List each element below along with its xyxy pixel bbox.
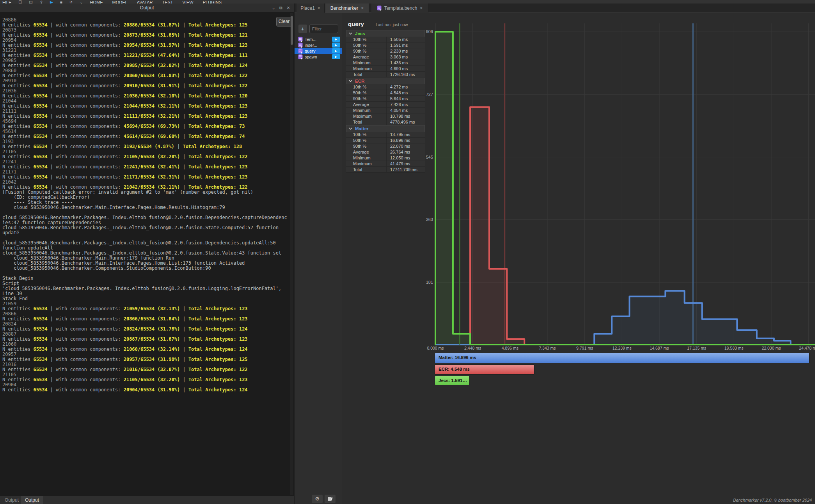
log-line-entry: N entities 65534 | with common component…: [2, 124, 289, 129]
bottom-tab-output-0[interactable]: Output: [1, 496, 23, 504]
log-text: 21036/65534 (32.10%): [124, 93, 180, 99]
stats-section-ecr[interactable]: ECR: [346, 78, 425, 84]
menu-view[interactable]: VIEW: [183, 0, 194, 4]
run-benchmark-button[interactable]: ▶: [332, 54, 340, 59]
script-icon: [298, 54, 303, 60]
log-text: |: [180, 93, 188, 99]
y-axis-tick-label: 181: [421, 280, 433, 285]
publish-icon[interactable]: ⇪: [40, 0, 43, 4]
sidebar-item-Tem[interactable]: Tem...▶: [295, 36, 342, 42]
menu-home[interactable]: HOME: [90, 0, 103, 4]
run-benchmark-button[interactable]: ▶: [332, 48, 340, 53]
log-text: 65534: [33, 124, 47, 129]
tab-place1[interactable]: Place1×: [297, 4, 325, 13]
add-benchmark-button[interactable]: +: [298, 25, 307, 33]
sidebar-item-inser[interactable]: inser...▶: [295, 42, 342, 48]
legend-bar-jecs: Jecs: 1.591…: [435, 376, 470, 385]
benchmark-title: query: [348, 21, 364, 27]
log-text: |: [180, 316, 188, 322]
output-panel-header: Output ⌄ ⧉ ✕: [0, 4, 294, 12]
log-text: Total Archetypes: 122: [188, 83, 248, 88]
log-line-entry: N entities 65534 | with common component…: [2, 317, 289, 322]
undo-icon[interactable]: ↺: [69, 0, 73, 4]
close-icon[interactable]: ×: [420, 5, 423, 11]
stat-label: 50th %: [346, 90, 386, 95]
stat-value: 4.054 ms: [386, 108, 425, 113]
stat-label: Minimum: [346, 155, 386, 161]
filter-input[interactable]: [309, 25, 338, 33]
bottom-tab-output-1[interactable]: Output: [21, 496, 43, 504]
log-text: |: [180, 367, 188, 372]
log-text: N entities: [2, 32, 33, 38]
stats-row: Total17741.709 ms: [346, 167, 425, 173]
clipboard-icon[interactable]: ☐: [18, 0, 22, 4]
menu-plugins[interactable]: PLUGINS: [203, 0, 222, 4]
log-text: | with common components:: [48, 154, 124, 159]
log-text: 65534: [33, 326, 47, 332]
menu-avatar[interactable]: AVATAR: [137, 0, 153, 4]
log-text: 65534: [33, 83, 47, 88]
close-icon[interactable]: ×: [318, 5, 320, 11]
log-text: 31221/65534 (47.64%): [124, 53, 180, 58]
run-benchmark-button[interactable]: ▶: [332, 37, 340, 42]
tab-benchmarker[interactable]: Benchmarker×: [325, 4, 369, 13]
stats-row: Minimum12.050 ms: [346, 155, 425, 161]
docs-button[interactable]: [325, 495, 336, 503]
stat-label: Maximum: [346, 161, 386, 166]
legend-label: Jecs: 1.591…: [435, 376, 469, 383]
redo-dropdown-icon[interactable]: ⌄: [80, 0, 83, 4]
stats-row: Average3.063 ms: [346, 54, 425, 60]
stats-row: 90th %22.070 ms: [346, 143, 425, 149]
log-text: N entities: [2, 134, 33, 139]
log-line-entry: N entities 65534 | with common component…: [2, 73, 289, 78]
close-icon[interactable]: ×: [361, 5, 364, 11]
clear-button[interactable]: Clear: [276, 17, 292, 27]
stats-section-jecs[interactable]: Jecs: [346, 30, 425, 37]
stat-label: Average: [346, 149, 386, 155]
stats-row: 50th %1.591 ms: [346, 42, 425, 48]
output-log: 20886N entities 65534 | with common comp…: [2, 18, 289, 494]
stats-row: 10th %1.505 ms: [346, 37, 425, 42]
log-text: N entities: [2, 306, 33, 311]
log-text: N entities: [2, 316, 33, 322]
log-text: |: [180, 73, 188, 78]
log-text: 20886/65534 (31.87%): [124, 22, 180, 28]
file-menu[interactable]: FILE: [2, 0, 11, 4]
log-text: |: [180, 336, 188, 342]
sidebar-item-query[interactable]: query▶: [295, 48, 342, 54]
stop-icon[interactable]: ■: [60, 0, 62, 4]
stat-label: 90th %: [346, 143, 386, 149]
save-icon[interactable]: ▤: [29, 0, 32, 4]
log-text: 65534: [33, 93, 47, 99]
stat-label: 90th %: [346, 48, 386, 54]
tab-template-bench[interactable]: Template.bench×: [371, 4, 428, 13]
log-text: N entities: [2, 42, 33, 48]
log-line-error: cloud_5853950046.Benchmarker.Packages._I…: [2, 215, 289, 225]
menu-model[interactable]: MODEL: [112, 0, 128, 4]
log-text: | with common components:: [48, 347, 124, 352]
stat-label: Total: [346, 72, 386, 77]
section-name: Matter: [355, 126, 369, 131]
log-text: Total Archetypes: 123: [188, 164, 248, 170]
tab-label: Template.bench: [384, 5, 417, 11]
stats-row: Maximum10.798 ms: [346, 113, 425, 119]
stats-section-matter[interactable]: Matter: [346, 125, 425, 132]
series-ecr: [435, 23, 815, 345]
output-scrollbar[interactable]: [290, 13, 293, 495]
sidebar-item-spawn[interactable]: spawn▶: [295, 54, 342, 60]
run-benchmark-button[interactable]: ▶: [332, 42, 340, 48]
play-icon[interactable]: ▶: [50, 0, 53, 4]
stats-row: Maximum41.479 ms: [346, 161, 425, 167]
settings-button[interactable]: ⚙: [312, 495, 323, 503]
float-window-icon[interactable]: ⧉: [278, 5, 284, 11]
log-text: 65534: [33, 73, 47, 78]
log-text: Total Archetypes: 124: [188, 387, 248, 393]
log-text: 3193/65534 (4.87%): [124, 144, 174, 149]
log-text: 65534: [33, 367, 47, 372]
x-axis-tick-label: 4.896 ms: [492, 346, 527, 350]
menu-test[interactable]: TEST: [162, 0, 173, 4]
chevron-down-icon[interactable]: ⌄: [270, 5, 277, 11]
histogram-plot: [435, 23, 815, 347]
x-axis-tick-label: 12.239 ms: [604, 346, 639, 350]
close-icon[interactable]: ✕: [285, 5, 291, 11]
